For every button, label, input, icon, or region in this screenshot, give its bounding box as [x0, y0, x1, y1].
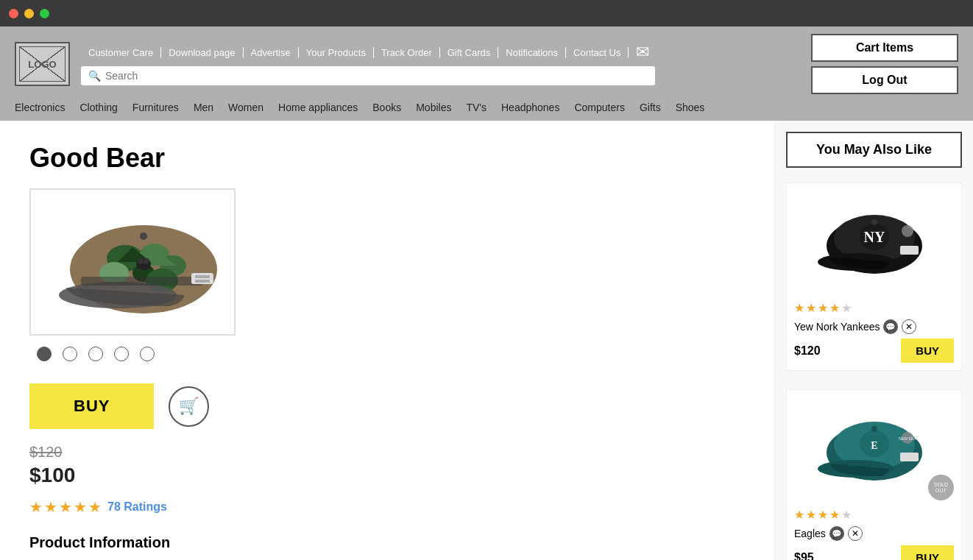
- cart-button[interactable]: Cart Items: [811, 34, 958, 62]
- star-2: ★: [44, 498, 57, 516]
- star-5: ★: [88, 498, 102, 516]
- close-yankees[interactable]: ✕: [902, 319, 916, 334]
- dot-5[interactable]: [140, 347, 155, 361]
- svg-text:NEW ERA: NEW ERA: [899, 436, 916, 441]
- nav-contact-us[interactable]: Contact Us: [566, 47, 629, 58]
- dot-4[interactable]: [114, 347, 129, 361]
- cat-home-appliances[interactable]: Home appliances: [278, 102, 358, 113]
- cat-computers[interactable]: Computers: [574, 102, 624, 113]
- svg-rect-16: [195, 275, 210, 278]
- header-right: Cart Items Log Out: [811, 34, 958, 94]
- eagles-hat-image: E NEW ERA: [815, 408, 933, 489]
- rec-buy-eagles[interactable]: BUY: [901, 545, 954, 560]
- image-dots: [29, 347, 745, 361]
- rec-stars-yankees: ★ ★ ★ ★ ★: [794, 301, 954, 315]
- close-button[interactable]: [9, 9, 18, 18]
- svg-rect-13: [81, 277, 202, 286]
- nav-notifications[interactable]: Notifications: [498, 47, 566, 58]
- minimize-button[interactable]: [24, 9, 34, 18]
- dot-2[interactable]: [63, 347, 77, 361]
- rec-star-5: ★: [841, 301, 852, 315]
- rec-bottom-eagles: $95 BUY: [794, 545, 954, 560]
- dot-1[interactable]: [37, 347, 52, 361]
- svg-rect-17: [195, 280, 210, 283]
- product-title: Good Bear: [29, 143, 745, 174]
- sale-price: $100: [29, 464, 745, 487]
- star-4: ★: [74, 498, 87, 516]
- cat-furnitures[interactable]: Furnitures: [132, 102, 179, 113]
- ratings-count: 78 Ratings: [107, 500, 167, 514]
- logo-text: LOGO: [28, 59, 56, 70]
- email-icon: ✉: [636, 43, 649, 62]
- svg-rect-24: [900, 246, 919, 255]
- nav-advertise[interactable]: Advertise: [244, 47, 299, 58]
- product-image-container: [29, 188, 236, 336]
- cat-shoes[interactable]: Shoes: [676, 102, 705, 113]
- svg-point-14: [140, 233, 147, 240]
- rec-price-eagles: $95: [794, 551, 814, 561]
- search-bar: 🔍: [81, 66, 655, 85]
- buy-section: BUY 🛒: [29, 383, 745, 429]
- nav-your-products[interactable]: Your Products: [299, 47, 374, 58]
- main-content: Good Bear: [0, 121, 973, 560]
- close-eagles[interactable]: ✕: [848, 526, 863, 541]
- sidebar: You May Also Like NY: [774, 121, 973, 560]
- svg-text:NY: NY: [863, 229, 885, 245]
- price-section: $120 $100: [29, 444, 745, 487]
- rec-star-1: ★: [794, 301, 804, 315]
- rec-star-e-1: ★: [794, 508, 804, 522]
- cat-mobiles[interactable]: Mobiles: [416, 102, 451, 113]
- rec-star-3: ★: [818, 301, 828, 315]
- logout-button[interactable]: Log Out: [811, 66, 958, 94]
- cat-tvs[interactable]: TV's: [466, 102, 486, 113]
- maximize-button[interactable]: [40, 9, 49, 18]
- rec-star-e-2: ★: [806, 508, 816, 522]
- nav-gift-cards[interactable]: Gift Cards: [440, 47, 499, 58]
- chat-icon-eagles: 💬: [829, 526, 844, 541]
- add-to-cart-button[interactable]: 🛒: [169, 386, 209, 427]
- search-input[interactable]: [105, 70, 648, 82]
- rec-star-e-5: ★: [841, 508, 852, 522]
- nav-download-page[interactable]: Download page: [161, 47, 243, 58]
- nav-customer-care[interactable]: Customer Care: [81, 47, 161, 58]
- sidebar-title: You May Also Like: [786, 132, 962, 168]
- nav-links: Customer Care Download page Advertise Yo…: [81, 43, 796, 62]
- product-section: Good Bear: [0, 121, 774, 560]
- rec-item-yankees: NY ★ ★ ★ ★ ★ Yew: [786, 182, 962, 371]
- rec-buy-yankees[interactable]: BUY: [901, 339, 954, 363]
- cat-clothing[interactable]: Clothing: [79, 102, 117, 113]
- header: LOGO Customer Care Download page Adverti…: [0, 26, 973, 102]
- dot-3[interactable]: [88, 347, 103, 361]
- cat-women[interactable]: Women: [228, 102, 263, 113]
- cat-electronics[interactable]: Electronics: [15, 102, 65, 113]
- nav-track-order[interactable]: Track Order: [374, 47, 440, 58]
- rec-name-eagles: Eagles 💬 ✕: [794, 526, 954, 541]
- cat-books[interactable]: Books: [372, 102, 401, 113]
- titlebar: [0, 0, 973, 26]
- rec-image-yankees: NY: [794, 191, 954, 294]
- svg-rect-32: [900, 453, 919, 461]
- logo[interactable]: LOGO: [15, 42, 70, 86]
- star-1: ★: [29, 498, 43, 516]
- buy-button[interactable]: BUY: [29, 383, 154, 429]
- cat-men[interactable]: Men: [194, 102, 213, 113]
- sold-badge: SOLD OUT: [928, 475, 954, 500]
- categories-nav: Electronics Clothing Furnitures Men Wome…: [0, 102, 973, 121]
- yankees-hat-image: NY: [815, 202, 933, 283]
- rec-stars-eagles: ★ ★ ★ ★ ★: [794, 508, 954, 522]
- rec-star-2: ★: [806, 301, 816, 315]
- rec-name-yankees: Yew Nork Yankees 💬 ✕: [794, 319, 954, 334]
- rec-bottom-yankees: $120 BUY: [794, 339, 954, 363]
- stars: ★ ★ ★ ★ ★: [29, 498, 102, 516]
- cat-gifts[interactable]: Gifts: [640, 102, 661, 113]
- rec-item-eagles: E NEW ERA SOLD OUT ★ ★ ★ ★: [786, 389, 962, 560]
- ratings-row: ★ ★ ★ ★ ★ 78 Ratings: [29, 498, 745, 516]
- rec-price-yankees: $120: [794, 344, 821, 358]
- svg-point-23: [871, 219, 877, 225]
- rec-star-4: ★: [829, 301, 840, 315]
- star-3: ★: [59, 498, 72, 516]
- cat-headphones[interactable]: Headphones: [501, 102, 559, 113]
- svg-point-11: [144, 258, 149, 264]
- search-icon: 🔍: [88, 70, 101, 82]
- product-image: [37, 199, 228, 325]
